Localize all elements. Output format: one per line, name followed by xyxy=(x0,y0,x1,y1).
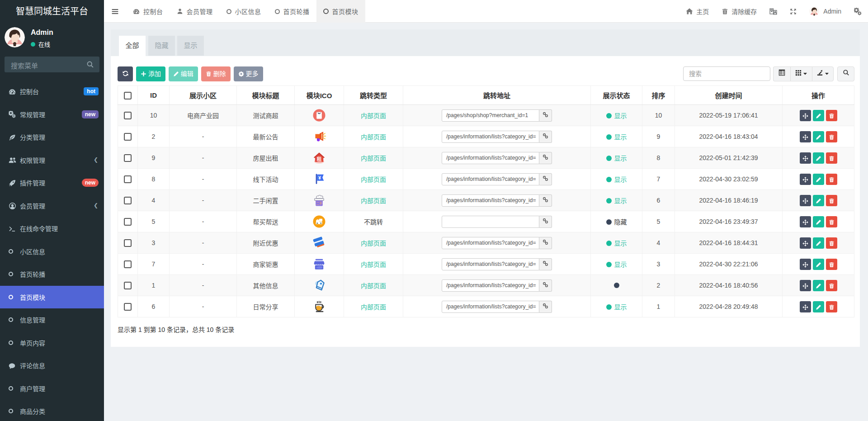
svg-text:二手: 二手 xyxy=(316,201,322,205)
svg-text:租: 租 xyxy=(317,156,322,162)
svg-text:¥: ¥ xyxy=(318,175,321,180)
